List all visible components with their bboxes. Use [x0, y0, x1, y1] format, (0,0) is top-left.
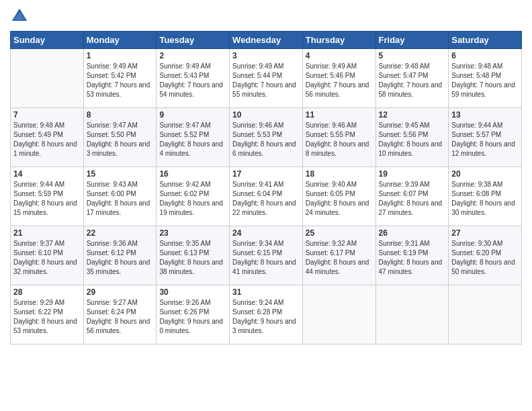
weekday-header-row: SundayMondayTuesdayWednesdayThursdayFrid…	[11, 32, 522, 49]
calendar-cell	[375, 285, 449, 345]
day-number: 24	[232, 228, 300, 238]
cell-content: Sunrise: 9:48 AMSunset: 5:47 PMDaylight:…	[379, 62, 446, 99]
day-number: 3	[232, 51, 300, 60]
cell-content: Sunrise: 9:42 AMSunset: 6:02 PMDaylight:…	[159, 180, 226, 218]
calendar-week-5: 28Sunrise: 9:29 AMSunset: 6:22 PMDayligh…	[11, 285, 522, 345]
cell-content: Sunrise: 9:37 AMSunset: 6:10 PMDaylight:…	[13, 239, 81, 277]
calendar-cell: 17Sunrise: 9:41 AMSunset: 6:04 PMDayligh…	[230, 167, 303, 226]
cell-content: Sunrise: 9:35 AMSunset: 6:13 PMDaylight:…	[159, 239, 226, 277]
calendar-week-1: 1Sunrise: 9:49 AMSunset: 5:42 PMDaylight…	[11, 49, 522, 108]
calendar-cell: 26Sunrise: 9:31 AMSunset: 6:19 PMDayligh…	[375, 226, 449, 285]
calendar-cell: 27Sunrise: 9:30 AMSunset: 6:20 PMDayligh…	[449, 226, 522, 285]
weekday-header-friday: Friday	[375, 32, 449, 49]
day-number: 27	[451, 228, 519, 238]
day-number: 28	[13, 287, 81, 297]
logo-icon	[10, 7, 29, 26]
cell-content: Sunrise: 9:31 AMSunset: 6:19 PMDaylight:…	[379, 239, 446, 277]
calendar-cell: 12Sunrise: 9:45 AMSunset: 5:56 PMDayligh…	[375, 108, 449, 167]
calendar-cell: 20Sunrise: 9:38 AMSunset: 6:08 PMDayligh…	[449, 167, 522, 226]
day-number: 22	[87, 228, 154, 238]
cell-content: Sunrise: 9:43 AMSunset: 6:00 PMDaylight:…	[87, 180, 154, 218]
calendar-cell: 28Sunrise: 9:29 AMSunset: 6:22 PMDayligh…	[11, 285, 84, 345]
day-number: 10	[232, 110, 300, 120]
calendar-cell: 21Sunrise: 9:37 AMSunset: 6:10 PMDayligh…	[11, 226, 84, 285]
cell-content: Sunrise: 9:47 AMSunset: 5:52 PMDaylight:…	[159, 121, 226, 158]
calendar-cell: 1Sunrise: 9:49 AMSunset: 5:42 PMDaylight…	[83, 49, 157, 108]
calendar-week-2: 7Sunrise: 9:48 AMSunset: 5:49 PMDaylight…	[11, 108, 522, 167]
day-number: 6	[451, 51, 519, 60]
calendar-cell: 29Sunrise: 9:27 AMSunset: 6:24 PMDayligh…	[83, 285, 157, 345]
calendar-cell: 22Sunrise: 9:36 AMSunset: 6:12 PMDayligh…	[83, 226, 157, 285]
calendar-cell: 18Sunrise: 9:40 AMSunset: 6:05 PMDayligh…	[302, 167, 375, 226]
weekday-header-tuesday: Tuesday	[157, 32, 230, 49]
calendar-cell: 8Sunrise: 9:47 AMSunset: 5:50 PMDaylight…	[83, 108, 157, 167]
calendar-cell: 15Sunrise: 9:43 AMSunset: 6:00 PMDayligh…	[83, 167, 157, 226]
cell-content: Sunrise: 9:48 AMSunset: 5:49 PMDaylight:…	[13, 121, 81, 158]
weekday-header-thursday: Thursday	[302, 32, 375, 49]
calendar-cell: 3Sunrise: 9:49 AMSunset: 5:44 PMDaylight…	[230, 49, 303, 108]
cell-content: Sunrise: 9:40 AMSunset: 6:05 PMDaylight:…	[306, 180, 373, 218]
calendar-cell: 13Sunrise: 9:44 AMSunset: 5:57 PMDayligh…	[449, 108, 522, 167]
weekday-header-monday: Monday	[83, 32, 157, 49]
day-number: 16	[159, 169, 226, 179]
day-number: 30	[159, 287, 226, 297]
cell-content: Sunrise: 9:48 AMSunset: 5:48 PMDaylight:…	[451, 62, 519, 99]
cell-content: Sunrise: 9:44 AMSunset: 5:57 PMDaylight:…	[451, 121, 519, 158]
weekday-header-wednesday: Wednesday	[230, 32, 303, 49]
day-number: 11	[306, 110, 373, 120]
calendar-cell: 31Sunrise: 9:24 AMSunset: 6:28 PMDayligh…	[230, 285, 303, 345]
day-number: 7	[13, 110, 81, 120]
page-header	[10, 7, 522, 26]
day-number: 1	[87, 51, 154, 60]
day-number: 9	[159, 110, 226, 120]
day-number: 23	[159, 228, 226, 238]
cell-content: Sunrise: 9:47 AMSunset: 5:50 PMDaylight:…	[87, 121, 154, 158]
day-number: 31	[232, 287, 300, 297]
calendar-week-4: 21Sunrise: 9:37 AMSunset: 6:10 PMDayligh…	[11, 226, 522, 285]
day-number: 26	[379, 228, 446, 238]
calendar-cell	[449, 285, 522, 345]
cell-content: Sunrise: 9:29 AMSunset: 6:22 PMDaylight:…	[13, 298, 81, 336]
calendar-cell: 14Sunrise: 9:44 AMSunset: 5:59 PMDayligh…	[11, 167, 84, 226]
cell-content: Sunrise: 9:46 AMSunset: 5:55 PMDaylight:…	[306, 121, 373, 158]
day-number: 25	[306, 228, 373, 238]
calendar-cell: 9Sunrise: 9:47 AMSunset: 5:52 PMDaylight…	[157, 108, 230, 167]
cell-content: Sunrise: 9:39 AMSunset: 6:07 PMDaylight:…	[379, 180, 446, 218]
day-number: 29	[87, 287, 154, 297]
calendar-cell: 30Sunrise: 9:26 AMSunset: 6:26 PMDayligh…	[157, 285, 230, 345]
cell-content: Sunrise: 9:49 AMSunset: 5:43 PMDaylight:…	[159, 62, 226, 99]
calendar-cell: 6Sunrise: 9:48 AMSunset: 5:48 PMDaylight…	[449, 49, 522, 108]
calendar-cell: 5Sunrise: 9:48 AMSunset: 5:47 PMDaylight…	[375, 49, 449, 108]
cell-content: Sunrise: 9:44 AMSunset: 5:59 PMDaylight:…	[13, 180, 81, 218]
day-number: 14	[13, 169, 81, 179]
day-number: 4	[306, 51, 373, 60]
day-number: 17	[232, 169, 300, 179]
calendar-table: SundayMondayTuesdayWednesdayThursdayFrid…	[10, 31, 522, 345]
cell-content: Sunrise: 9:49 AMSunset: 5:46 PMDaylight:…	[306, 62, 373, 99]
calendar-cell: 10Sunrise: 9:46 AMSunset: 5:53 PMDayligh…	[230, 108, 303, 167]
logo	[10, 7, 32, 26]
day-number: 5	[379, 51, 446, 60]
calendar-cell: 25Sunrise: 9:32 AMSunset: 6:17 PMDayligh…	[302, 226, 375, 285]
day-number: 18	[306, 169, 373, 179]
cell-content: Sunrise: 9:36 AMSunset: 6:12 PMDaylight:…	[87, 239, 154, 277]
day-number: 20	[451, 169, 519, 179]
calendar-cell: 16Sunrise: 9:42 AMSunset: 6:02 PMDayligh…	[157, 167, 230, 226]
day-number: 13	[451, 110, 519, 120]
calendar-cell	[302, 285, 375, 345]
cell-content: Sunrise: 9:26 AMSunset: 6:26 PMDaylight:…	[159, 298, 226, 336]
cell-content: Sunrise: 9:27 AMSunset: 6:24 PMDaylight:…	[87, 298, 154, 336]
cell-content: Sunrise: 9:38 AMSunset: 6:08 PMDaylight:…	[451, 180, 519, 218]
cell-content: Sunrise: 9:49 AMSunset: 5:44 PMDaylight:…	[232, 62, 300, 99]
calendar-cell: 24Sunrise: 9:34 AMSunset: 6:15 PMDayligh…	[230, 226, 303, 285]
calendar-week-3: 14Sunrise: 9:44 AMSunset: 5:59 PMDayligh…	[11, 167, 522, 226]
cell-content: Sunrise: 9:45 AMSunset: 5:56 PMDaylight:…	[379, 121, 446, 158]
calendar-cell: 4Sunrise: 9:49 AMSunset: 5:46 PMDaylight…	[302, 49, 375, 108]
calendar-cell: 2Sunrise: 9:49 AMSunset: 5:43 PMDaylight…	[157, 49, 230, 108]
day-number: 19	[379, 169, 446, 179]
day-number: 21	[13, 228, 81, 238]
cell-content: Sunrise: 9:49 AMSunset: 5:42 PMDaylight:…	[87, 62, 154, 99]
calendar-cell: 23Sunrise: 9:35 AMSunset: 6:13 PMDayligh…	[157, 226, 230, 285]
weekday-header-sunday: Sunday	[11, 32, 84, 49]
weekday-header-saturday: Saturday	[449, 32, 522, 49]
